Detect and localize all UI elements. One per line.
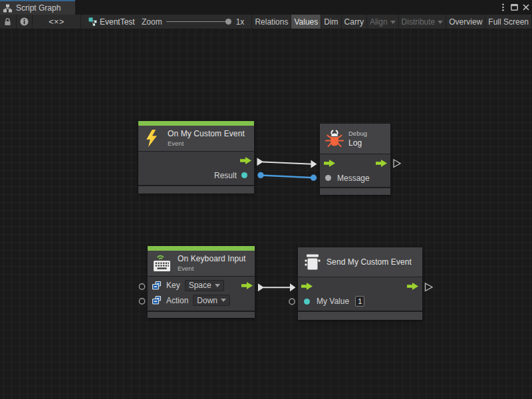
node-on-keyboard-input[interactable]: On Keyboard Input Event Key: [148, 246, 255, 318]
graph-breadcrumb[interactable]: EventTest: [81, 15, 138, 29]
script-graph-icon: [3, 4, 12, 13]
toolbar-button-label: Relations: [255, 17, 288, 27]
key-dropdown-value: Space: [189, 281, 211, 290]
graph-name: EventTest: [100, 17, 135, 27]
flow-output-port[interactable]: [240, 157, 251, 164]
keyboard-icon: [152, 254, 172, 273]
toolbar-button-label: Distribute: [402, 17, 436, 27]
code-view-label: <×>: [49, 17, 64, 27]
flow-output-port[interactable]: [407, 283, 418, 290]
chevron-down-icon: [215, 284, 220, 287]
tab-bar: Script Graph: [0, 0, 532, 15]
tab-label: Script Graph: [16, 3, 61, 13]
node-footer: [320, 187, 390, 195]
my-value-input[interactable]: 1: [355, 296, 364, 307]
toolbar-button-distribute[interactable]: Distribute: [399, 15, 447, 29]
window-menu-button[interactable]: [497, 0, 509, 15]
node-send-my-custom-event[interactable]: Send My Custom Event My Value: [298, 247, 422, 320]
flow-input-port[interactable]: [324, 160, 335, 167]
flow-continuation-triangle-send-event[interactable]: [426, 283, 433, 291]
my-value-input-value: 1: [358, 297, 362, 305]
node-footer: [138, 185, 254, 194]
chevron-down-icon: [221, 299, 226, 302]
toolbar-buttons: RelationsValuesDimCarryAlignDistributeOv…: [251, 15, 532, 29]
zoom-value: 1x: [235, 17, 245, 27]
action-dropdown-value: Down: [197, 296, 217, 305]
wires-layer: [0, 29, 532, 399]
zoom-group: Zoom 1x: [138, 15, 244, 29]
wire-flow-custom-event-to-log[interactable]: [257, 158, 317, 168]
node-title: Send My Custom Event: [327, 258, 412, 267]
zoom-slider-knob[interactable]: [225, 19, 231, 25]
node-subtitle: Event: [178, 265, 245, 272]
wire-value-result-to-message[interactable]: [257, 172, 317, 181]
port-label-my-value: My Value: [317, 297, 349, 306]
toolbar-button-label: Full Screen: [488, 17, 529, 27]
event-bar: [138, 121, 254, 126]
lightning-icon: [143, 129, 160, 148]
chevron-down-icon: [390, 21, 396, 24]
chevron-down-icon: [438, 21, 443, 24]
port-label-action: Action: [166, 296, 188, 305]
value-output-port-result[interactable]: [241, 172, 247, 178]
event-bar: [148, 246, 255, 251]
bug-icon: [325, 130, 344, 148]
value-input-port-my-value[interactable]: [304, 299, 310, 305]
wire-flow-keyboard-to-send[interactable]: [258, 283, 296, 291]
lock-icon: [4, 18, 11, 26]
toolbar-button-overview[interactable]: Overview: [446, 15, 485, 29]
window-controls: [497, 0, 532, 15]
toolbar-button-carry[interactable]: Carry: [342, 15, 367, 29]
port-label-key: Key: [166, 281, 180, 290]
node-title: On Keyboard Input: [178, 255, 245, 263]
flow-input-port[interactable]: [301, 283, 313, 290]
toolbar-button-label: Carry: [344, 17, 364, 27]
value-input-port-message[interactable]: [325, 175, 331, 181]
zoom-label: Zoom: [142, 17, 162, 27]
toolbar-button-label: Align: [370, 17, 388, 27]
node-on-my-custom-event[interactable]: On My Custom Event Event Result: [138, 121, 254, 194]
toolbar-button-label: Dim: [324, 17, 338, 27]
zoom-slider-track: [166, 21, 231, 22]
action-dropdown[interactable]: Down: [193, 295, 230, 306]
unconnected-port-circle-action[interactable]: [139, 299, 144, 304]
tab-script-graph[interactable]: Script Graph: [0, 0, 75, 15]
toolbar-button-dim[interactable]: Dim: [321, 15, 341, 29]
toolbar-button-full-screen[interactable]: Full Screen: [485, 15, 532, 29]
node-title: Log: [348, 139, 367, 148]
unconnected-port-circle-my-value[interactable]: [289, 299, 295, 304]
info-icon: [20, 17, 29, 26]
port-label-message: Message: [337, 174, 370, 183]
window-close-button[interactable]: [520, 0, 531, 15]
node-subtitle: Event: [168, 140, 245, 147]
window-maximize-button[interactable]: [509, 0, 520, 15]
info-button[interactable]: [17, 15, 33, 29]
literal-icon: [152, 296, 161, 305]
lock-button[interactable]: [0, 15, 17, 29]
toolbar-button-align[interactable]: Align: [367, 15, 399, 29]
node-title: On My Custom Event: [168, 130, 245, 138]
toolbar-button-relations[interactable]: Relations: [252, 15, 291, 29]
unconnected-port-circle-key[interactable]: [139, 284, 144, 289]
toolbar-button-label: Values: [294, 17, 318, 27]
port-label-result: Result: [214, 171, 237, 180]
key-dropdown[interactable]: Space: [185, 280, 224, 291]
flow-output-port[interactable]: [241, 282, 253, 289]
toolbar-button-values[interactable]: Values: [291, 15, 321, 29]
graph-canvas[interactable]: On My Custom Event Event Result: [0, 29, 532, 399]
node-surtitle: Debug: [348, 130, 367, 137]
graph-toolbar: <×> EventTest Zoom 1x RelationsValuesDim…: [0, 15, 532, 29]
flow-output-port[interactable]: [376, 160, 387, 167]
code-view-button[interactable]: <×>: [33, 15, 81, 29]
literal-icon: [152, 281, 161, 290]
zoom-slider[interactable]: [166, 15, 231, 29]
node-footer: [148, 311, 255, 318]
graph-asset-icon: [88, 17, 97, 26]
script-graph-window: Script Graph: [0, 0, 532, 399]
toolbar-button-label: Overview: [449, 17, 482, 27]
flow-continuation-triangle-debug-log[interactable]: [394, 160, 400, 168]
node-footer: [298, 311, 422, 320]
custom-event-icon: [303, 253, 322, 271]
node-debug-log[interactable]: Debug Log Message: [320, 124, 390, 195]
